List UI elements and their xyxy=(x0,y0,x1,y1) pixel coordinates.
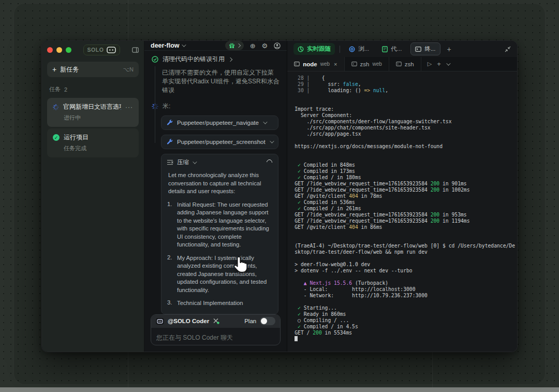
terminal-line: (TraeAI-4) ~/Desktop/trae-test/deer-flow… xyxy=(295,243,515,249)
terminal-line: 29 | ssr: false, xyxy=(295,81,515,88)
terminal-line: ✓ Compiled / in 261ms xyxy=(295,206,515,212)
collapse-panel-icon[interactable] xyxy=(505,46,511,52)
terminal-line: GET /?ide_webview_request_time=176165392… xyxy=(295,181,515,187)
chat-header: deer-flow ⊕ ⚙ xyxy=(144,41,287,51)
new-task-shortcut: ⌥N xyxy=(123,66,134,73)
thread-connector-line xyxy=(155,66,155,143)
new-chat-icon[interactable]: ⊕ xyxy=(250,42,256,49)
task-status: 任务完成 xyxy=(64,144,133,152)
plan-toggle[interactable] xyxy=(260,317,275,325)
tab-terminal[interactable]: 终... xyxy=(410,42,440,55)
compress-body: Let me chronologically analyze this conv… xyxy=(167,171,272,308)
step-summary: 已清理不需要的文件，使用自定义下拉菜单实现替代Radix UI组件，避免SSR和… xyxy=(162,68,280,95)
terminal-tab-zsh-web[interactable]: zsh web xyxy=(345,57,389,71)
project-title[interactable]: deer-flow xyxy=(151,42,180,49)
terminal-icon xyxy=(294,62,300,66)
mouse-cursor xyxy=(233,256,249,273)
tool-call-card[interactable]: Puppeteer/puppeteer_navigate xyxy=(161,115,278,130)
run-icon[interactable]: ▷ xyxy=(428,61,432,67)
agent-name[interactable]: @SOLO Coder xyxy=(168,318,209,324)
terminal-line: GET / 200 in 5534ms xyxy=(295,330,515,336)
terminal-tab-name: zsh xyxy=(405,61,414,67)
settings-gear-icon[interactable]: ⚙ xyxy=(262,42,268,49)
add-panel-tab-button[interactable]: + xyxy=(445,45,453,53)
terminal-tab-zsh[interactable]: zsh xyxy=(389,57,421,71)
tool-call-label: Puppeteer/puppeteer_navigate xyxy=(177,120,259,126)
screen-bottom-bar xyxy=(0,387,559,392)
terminal-line: ✓ Compiled in 536ms xyxy=(295,199,515,206)
sidebar: SOLO + 新任务 ⌥N 任务 2 xyxy=(42,41,144,352)
close-window-button[interactable] xyxy=(47,47,53,53)
terminal-tab-subtitle: web xyxy=(372,61,381,67)
terminal-line: GET /@vite/client 404 in 86ms xyxy=(295,224,515,230)
compress-list-item: 2.My Approach: I systematically analyzed… xyxy=(167,254,272,295)
zoom-window-button[interactable] xyxy=(66,47,71,53)
compress-intro: Let me chronologically analyze this conv… xyxy=(168,171,271,196)
terminal-line xyxy=(295,336,515,342)
task-card[interactable]: 官网新增日文语言选项···进行中 xyxy=(47,98,139,127)
terminal-tab-node-web[interactable]: node web × xyxy=(287,57,344,71)
rewards-button[interactable] xyxy=(225,41,244,50)
compress-card[interactable]: 压缩 Let me chronologically analyze this c… xyxy=(161,154,278,314)
terminal-icon xyxy=(396,62,402,66)
terminal-line: GET /?ide_webview_request_time=176165392… xyxy=(295,218,515,224)
terminal-line: > deer-flow-web@0.1.0 dev xyxy=(295,262,515,268)
wrench-icon xyxy=(167,120,173,126)
sidebar-toggle-icon[interactable] xyxy=(132,47,139,53)
tool-call-label: Puppeteer/puppeteer_screenshot xyxy=(177,139,266,145)
terminal-line: ✓ Compiled in 848ms xyxy=(295,162,515,168)
terminal-line xyxy=(295,150,515,156)
chevron-down-icon[interactable] xyxy=(446,61,450,65)
streaming-row: 米: xyxy=(152,102,280,111)
chevron-down-icon xyxy=(270,139,274,143)
tab-separator xyxy=(340,46,340,53)
tab-browser[interactable]: 浏... xyxy=(345,43,373,55)
task-status: 进行中 xyxy=(64,114,133,122)
compress-header[interactable]: 压缩 xyxy=(167,158,272,166)
step-title: 清理代码中的错误引用 xyxy=(163,55,225,64)
window-controls xyxy=(47,47,71,53)
minimize-window-button[interactable] xyxy=(56,47,62,53)
task-menu-button[interactable]: ··· xyxy=(125,104,133,111)
terminal-line xyxy=(295,156,515,162)
tab-live-follow[interactable]: 实时跟随 xyxy=(293,43,335,55)
live-follow-icon xyxy=(298,46,304,52)
new-task-button[interactable]: + 新任务 ⌥N xyxy=(47,62,139,77)
tool-call-card[interactable]: Puppeteer/puppeteer_screenshot xyxy=(161,135,278,149)
completed-step-row[interactable]: 清理代码中的错误引用 xyxy=(152,55,280,64)
terminal-line xyxy=(295,100,515,106)
terminal-line xyxy=(295,94,515,100)
terminal-line xyxy=(295,137,515,143)
app-window: SOLO + 新任务 ⌥N 任务 2 xyxy=(41,40,518,352)
message-input[interactable]: 您正在与 SOLO Coder 聊天 xyxy=(151,328,280,346)
tasks-header: 任务 2 xyxy=(49,85,137,93)
terminal-session-tabs: node web × zsh web zsh ▷ xyxy=(287,57,517,71)
input-placeholder: 您正在与 SOLO Coder 聊天 xyxy=(156,334,233,341)
terminal-line: - Network: http://10.79.236.237:3000 xyxy=(295,293,515,299)
terminal-output[interactable]: 28 | { 29 | ssr: false, 30 | loading: ()… xyxy=(287,71,517,352)
terminal-cursor xyxy=(295,336,298,341)
compress-icon xyxy=(167,159,173,165)
account-icon[interactable] xyxy=(274,42,281,49)
close-icon[interactable]: × xyxy=(334,61,337,67)
tools-icon[interactable] xyxy=(213,318,219,324)
terminal-line: GET /?ide_webview_request_time=176165392… xyxy=(295,187,515,193)
chevron-down-icon xyxy=(182,42,186,47)
task-title: 运行项目 xyxy=(64,133,133,142)
task-spinner-icon xyxy=(53,104,59,110)
code-file-icon xyxy=(382,46,388,52)
chat-input-header: @SOLO Coder Plan xyxy=(151,315,280,328)
chevron-down-icon xyxy=(193,159,197,164)
add-terminal-button[interactable]: + xyxy=(437,60,441,68)
tasks-count: 2 xyxy=(64,86,67,93)
chat-scroll-area[interactable]: 清理代码中的错误引用 已清理不需要的文件，使用自定义下拉菜单实现替代Radix … xyxy=(144,51,287,314)
agent-avatar-icon xyxy=(156,318,164,325)
new-task-label: 新任务 xyxy=(60,65,79,74)
terminal-line: 30 | loading: () => null, xyxy=(295,88,515,94)
tab-code[interactable]: 代... xyxy=(378,43,406,55)
chevron-down-icon xyxy=(263,120,267,124)
terminal-line: 28 | { xyxy=(295,75,515,81)
task-card[interactable]: ✓运行项目任务完成 xyxy=(47,128,139,157)
terminal-tab-name: node xyxy=(303,61,317,67)
solo-mode-badge[interactable]: SOLO xyxy=(83,45,121,55)
